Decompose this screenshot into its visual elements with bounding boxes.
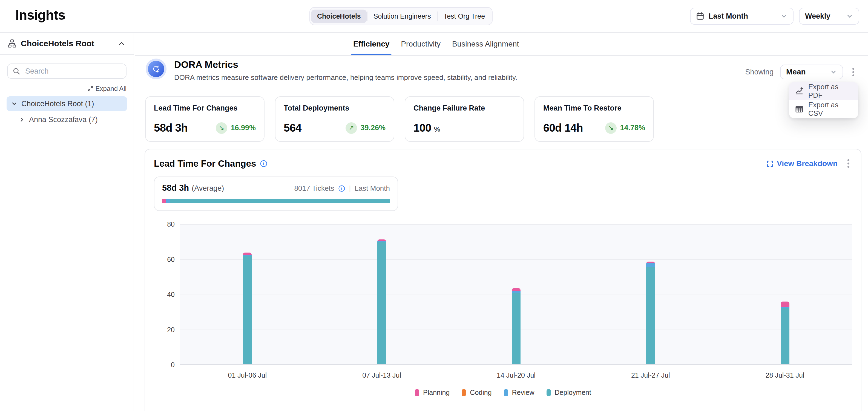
metric-card-value: 564 bbox=[284, 122, 302, 134]
export-pdf-label: Export as PDF bbox=[808, 83, 852, 100]
collapse-sidebar-button[interactable] bbox=[117, 39, 126, 48]
date-range-select[interactable]: Last Month bbox=[690, 8, 794, 25]
info-icon[interactable] bbox=[338, 185, 345, 192]
export-menu: Export as PDF Export as CSV bbox=[789, 82, 858, 118]
metric-card-title: Change Failure Rate bbox=[413, 104, 515, 112]
average-value: 58d 3h bbox=[162, 183, 189, 193]
lead-time-more-menu-button[interactable] bbox=[845, 157, 852, 170]
metric-card-lead-time: Lead Time For Changes 58d 3h ↘ 16.99% bbox=[145, 96, 265, 142]
bar-segment-planning bbox=[243, 252, 252, 255]
x-axis-label: 01 Jul-06 Jul bbox=[180, 371, 315, 379]
tab-productivity[interactable]: Productivity bbox=[401, 33, 441, 55]
tree-item-root[interactable]: ChoiceHotels Root (1) bbox=[7, 96, 127, 111]
org-tab-choicehotels[interactable]: ChoiceHotels bbox=[311, 9, 367, 23]
metric-card-title: Lead Time For Changes bbox=[154, 104, 256, 112]
bar-segment-deployment bbox=[512, 293, 521, 364]
bar-group bbox=[180, 225, 315, 364]
bar-segment-deployment bbox=[377, 242, 386, 364]
metric-card-total-deployments: Total Deployments 564 ↗ 39.26% bbox=[275, 96, 394, 142]
bar-group bbox=[315, 225, 449, 364]
stacked-bar bbox=[781, 302, 789, 364]
legend-item-review[interactable]: Review bbox=[504, 388, 534, 397]
average-label: (Average) bbox=[192, 184, 224, 193]
legend-swatch bbox=[504, 389, 508, 396]
chart-plot bbox=[180, 224, 852, 365]
bar-segment-planning bbox=[781, 302, 789, 307]
lead-time-card: Lead Time For Changes View Breakdown bbox=[145, 149, 861, 411]
average-summary-card: 58d 3h (Average) 8017 Tickets | Last Mon… bbox=[154, 176, 398, 211]
x-axis-label: 21 Jul-27 Jul bbox=[583, 371, 718, 379]
sidebar-header: ChoiceHotels Root bbox=[0, 33, 134, 55]
bar-segment-review bbox=[512, 291, 521, 293]
chart-legend: PlanningCodingReviewDeployment bbox=[154, 388, 852, 397]
org-tree-icon bbox=[8, 39, 17, 48]
export-csv-menu-item[interactable]: Export as CSV bbox=[789, 100, 858, 118]
trend-down-arrow-icon: ↘ bbox=[605, 122, 617, 134]
trend-delta: 16.99% bbox=[230, 124, 256, 132]
legend-item-deployment[interactable]: Deployment bbox=[547, 388, 591, 397]
bar-group bbox=[583, 225, 718, 364]
chevron-down-icon bbox=[780, 12, 787, 20]
header-controls: Last Month Weekly bbox=[690, 8, 859, 25]
chevron-right-icon[interactable] bbox=[19, 116, 25, 123]
tab-efficiency[interactable]: Efficiency bbox=[353, 33, 390, 55]
bar-segment-deployment bbox=[781, 308, 789, 364]
metric-card-change-failure-rate: Change Failure Rate 100 % bbox=[405, 96, 524, 142]
main-content: Efficiency Productivity Business Alignme… bbox=[135, 33, 868, 411]
export-pdf-menu-item[interactable]: Export as PDF bbox=[789, 82, 858, 100]
metric-card-title: Mean Time To Restore bbox=[543, 104, 645, 112]
org-tabs: ChoiceHotels Solution Engineers Test Org… bbox=[309, 7, 493, 25]
tab-business-alignment[interactable]: Business Alignment bbox=[452, 33, 519, 55]
date-range-value: Last Month bbox=[709, 12, 748, 21]
dora-cycle-icon bbox=[148, 61, 164, 77]
metric-cards: Lead Time For Changes 58d 3h ↘ 16.99% To… bbox=[145, 96, 654, 142]
search-input[interactable] bbox=[24, 67, 121, 76]
org-tab-test-org-tree[interactable]: Test Org Tree bbox=[438, 9, 491, 23]
dora-texts: DORA Metrics DORA metrics measure softwa… bbox=[174, 58, 517, 82]
y-axis-tick: 0 bbox=[171, 362, 175, 368]
legend-swatch bbox=[462, 389, 466, 396]
org-tab-solution-engineers[interactable]: Solution Engineers bbox=[368, 9, 437, 23]
stacked-bar bbox=[646, 262, 655, 364]
chart-y-axis: 020406080 bbox=[154, 224, 180, 365]
bar-segment-deployment bbox=[243, 255, 252, 364]
granularity-select[interactable]: Weekly bbox=[799, 8, 859, 25]
metric-card-value: 60d 14h bbox=[543, 122, 583, 134]
legend-label: Deployment bbox=[555, 388, 591, 397]
metric-card-unit: % bbox=[434, 125, 440, 134]
legend-item-coding[interactable]: Coding bbox=[462, 388, 492, 397]
lead-time-header: Lead Time For Changes View Breakdown bbox=[154, 157, 852, 170]
x-axis-label: 14 Jul-20 Jul bbox=[449, 371, 584, 379]
dora-description: DORA metrics measure software delivery p… bbox=[174, 73, 517, 82]
view-breakdown-button[interactable]: View Breakdown bbox=[767, 159, 838, 168]
export-csv-label: Export as CSV bbox=[808, 101, 852, 118]
x-axis-label: 28 Jul-31 Jul bbox=[718, 371, 852, 379]
table-icon bbox=[795, 105, 803, 113]
lead-time-title: Lead Time For Changes bbox=[154, 159, 256, 169]
distribution-segment-review bbox=[166, 199, 170, 203]
expand-all[interactable]: Expand All bbox=[7, 85, 126, 93]
legend-label: Coding bbox=[470, 388, 492, 397]
legend-item-planning[interactable]: Planning bbox=[415, 388, 450, 397]
showing-label: Showing bbox=[745, 68, 774, 76]
page-title: Insights bbox=[16, 7, 65, 23]
bar-segment-review bbox=[646, 263, 655, 267]
trend-down-arrow-icon: ↘ bbox=[216, 122, 227, 134]
trend-badge: ↘ 16.99% bbox=[216, 122, 256, 134]
chevron-down-icon[interactable] bbox=[11, 100, 18, 107]
y-axis-tick: 40 bbox=[167, 291, 175, 298]
dora-metrics-header: DORA Metrics DORA metrics measure softwa… bbox=[145, 58, 517, 82]
bar-group bbox=[449, 225, 584, 364]
aggregation-select[interactable]: Mean bbox=[780, 65, 843, 79]
app: Insights ChoiceHotels Solution Engineers… bbox=[0, 0, 868, 411]
legend-swatch bbox=[415, 389, 419, 396]
trend-delta: 39.26% bbox=[360, 124, 385, 132]
legend-label: Planning bbox=[423, 388, 450, 397]
stacked-bar bbox=[512, 288, 521, 364]
y-axis-tick: 60 bbox=[167, 256, 175, 263]
chart-x-labels: 01 Jul-06 Jul07 Jul-13 Jul14 Jul-20 Jul2… bbox=[180, 371, 852, 379]
stacked-bar bbox=[377, 239, 386, 364]
tree-item-child[interactable]: Anna Scozzafava (7) bbox=[14, 112, 127, 127]
dora-more-menu-button[interactable] bbox=[850, 66, 857, 78]
info-icon[interactable] bbox=[260, 160, 268, 168]
